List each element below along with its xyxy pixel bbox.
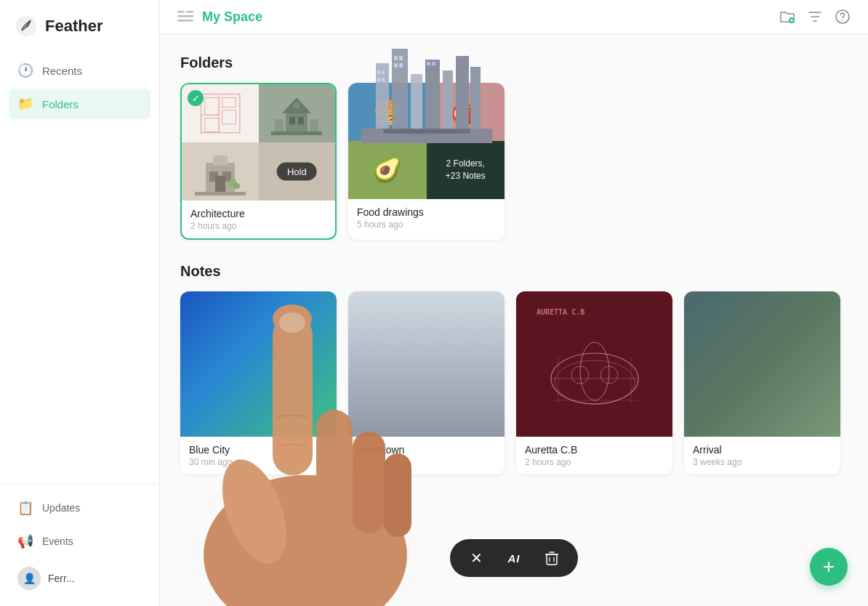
- note-info-blue: Blue City 30 min ago: [180, 437, 337, 474]
- note-info-arrival: Arrival 3 weeks ago: [684, 437, 840, 474]
- sidebar-item-folders[interactable]: 📁 Folders: [9, 89, 150, 119]
- folder-card-architecture[interactable]: ✓: [180, 83, 337, 240]
- sidebar-item-updates[interactable]: 📋 Updates: [9, 493, 150, 523]
- logo-area: Feather: [0, 0, 159, 49]
- svg-rect-27: [215, 176, 225, 192]
- note-info-downtown: Downtown 1 hour ago: [348, 437, 505, 474]
- svg-rect-8: [201, 94, 239, 132]
- svg-rect-28: [195, 192, 246, 195]
- fab-add-button[interactable]: +: [810, 548, 848, 586]
- note-img-blue: [180, 291, 337, 437]
- folder-overlay-food-count: 2 Folders,+23 Notes: [427, 141, 505, 199]
- note-name-downtown: Downtown: [357, 444, 496, 456]
- svg-rect-15: [286, 113, 308, 132]
- notes-grid: Blue City 30 min ago: [180, 291, 848, 474]
- sidebar: Feather 🕐 Recents 📁 Folders 📋 Updates 📢 …: [0, 0, 160, 606]
- sidebar-item-recents[interactable]: 🕐 Recents: [9, 55, 150, 86]
- svg-rect-4: [186, 11, 193, 13]
- folders-section: Folders ✓: [180, 54, 848, 240]
- bottom-toolbar: ✕ AI: [450, 539, 578, 577]
- folder-img-food-3: 🥑: [348, 141, 427, 199]
- toolbar-delete-button[interactable]: [540, 546, 563, 570]
- sort-button[interactable]: [807, 9, 823, 25]
- svg-rect-1: [177, 11, 185, 13]
- svg-rect-10: [222, 98, 236, 108]
- toolbar-close-button[interactable]: ✕: [465, 546, 488, 570]
- hold-tooltip: Hold: [277, 163, 317, 181]
- main-content: My Space: [160, 0, 868, 606]
- note-card-auretta[interactable]: AURETTA C.B Aurett: [516, 291, 672, 474]
- svg-rect-3: [177, 20, 193, 22]
- svg-point-30: [234, 183, 240, 189]
- sidebar-item-events[interactable]: 📢 Events: [9, 526, 150, 557]
- note-img-arrival: [684, 291, 840, 437]
- sidebar-item-recents-label: Recents: [42, 65, 82, 77]
- feather-logo-icon: [15, 15, 38, 38]
- svg-rect-9: [204, 98, 218, 115]
- note-time-arrival: 3 weeks ago: [693, 457, 832, 467]
- folder-selected-check: ✓: [188, 90, 204, 106]
- page-title: My Space: [202, 9, 262, 25]
- new-folder-button[interactable]: [779, 9, 795, 25]
- folder-img-food-4: 2 Folders,+23 Notes: [427, 141, 505, 199]
- note-name-arrival: Arrival: [693, 444, 832, 456]
- note-name-blue: Blue City: [189, 444, 328, 456]
- svg-rect-18: [298, 117, 304, 124]
- folder-name-food: Food drawings: [357, 206, 496, 218]
- svg-point-61: [211, 475, 400, 606]
- folders-section-title: Folders: [180, 54, 848, 71]
- svg-rect-22: [271, 132, 322, 135]
- folder-img-3: [182, 142, 259, 201]
- folders-grid: ✓: [180, 83, 848, 240]
- sidebar-item-events-label: Events: [42, 536, 73, 547]
- note-info-auretta: Auretta C.B 2 hours ago: [516, 437, 672, 474]
- notes-section-title: Notes: [180, 263, 848, 280]
- note-time-blue: 30 min ago: [189, 457, 328, 467]
- topbar-left: My Space: [177, 9, 262, 25]
- folders-icon: 📁: [17, 96, 33, 112]
- note-img-auretta: AURETTA C.B: [516, 291, 672, 437]
- folder-name-architecture: Architecture: [190, 208, 326, 219]
- toolbar-ai-button[interactable]: AI: [502, 546, 526, 570]
- note-card-downtown[interactable]: Downtown 1 hour ago: [348, 291, 505, 474]
- svg-text:AURETTA C.B: AURETTA C.B: [537, 308, 584, 316]
- sidebar-item-folders-label: Folders: [42, 98, 79, 110]
- note-name-auretta: Auretta C.B: [525, 444, 664, 456]
- folder-info-architecture: Architecture 2 hours ago: [182, 201, 335, 238]
- updates-icon: 📋: [17, 500, 33, 516]
- svg-rect-24: [213, 155, 228, 166]
- svg-point-55: [580, 342, 609, 400]
- note-card-arrival[interactable]: Arrival 3 weeks ago: [684, 291, 840, 474]
- svg-rect-21: [310, 119, 318, 132]
- sidebar-item-updates-label: Updates: [42, 502, 80, 514]
- svg-point-53: [555, 360, 635, 404]
- svg-rect-20: [275, 119, 284, 132]
- svg-rect-17: [289, 117, 295, 124]
- help-button[interactable]: [835, 9, 851, 25]
- folder-time-architecture: 2 hours ago: [190, 221, 326, 231]
- note-card-blue[interactable]: Blue City 30 min ago: [180, 291, 337, 474]
- note-time-auretta: 2 hours ago: [525, 457, 664, 467]
- user-row[interactable]: 👤 Ferr...: [9, 559, 150, 597]
- svg-rect-19: [293, 102, 300, 108]
- svg-point-7: [842, 20, 843, 21]
- notes-section: Notes Blue City 30 min ago: [180, 263, 848, 474]
- recents-icon: 🕐: [17, 62, 33, 78]
- sidebar-nav: 🕐 Recents 📁 Folders: [0, 49, 159, 483]
- svg-point-62: [204, 475, 407, 606]
- svg-rect-11: [222, 110, 236, 124]
- sidebar-toggle-button[interactable]: [177, 11, 193, 23]
- folder-img-4: Hold: [259, 142, 336, 201]
- sidebar-bottom: 📋 Updates 📢 Events 👤 Ferr...: [0, 483, 159, 606]
- user-name: Ferr...: [48, 573, 75, 584]
- folder-img-2: [259, 84, 336, 142]
- folder-images-architecture: Hold: [182, 84, 335, 201]
- avatar: 👤: [17, 567, 41, 590]
- note-img-downtown: [348, 291, 505, 437]
- svg-rect-2: [177, 15, 193, 17]
- topbar-actions: [779, 9, 851, 25]
- app-name: Feather: [45, 17, 103, 36]
- svg-rect-70: [547, 554, 557, 565]
- folder-info-food: Food drawings 5 hours ago: [348, 199, 505, 237]
- topbar: My Space: [160, 0, 868, 34]
